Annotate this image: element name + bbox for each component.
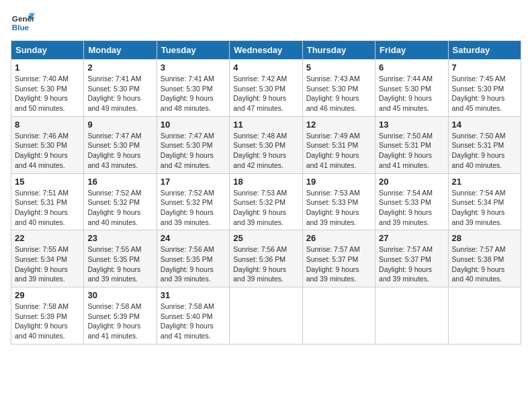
weekday-header-friday: Friday <box>375 41 448 60</box>
day-number: 30 <box>87 290 152 300</box>
calendar-cell: 5Sunrise: 7:43 AMSunset: 5:30 PMDaylight… <box>302 60 375 117</box>
calendar-cell: 14Sunrise: 7:50 AMSunset: 5:31 PMDayligh… <box>448 116 521 173</box>
weekday-header-wednesday: Wednesday <box>230 41 302 60</box>
calendar-cell: 13Sunrise: 7:50 AMSunset: 5:31 PMDayligh… <box>375 116 448 173</box>
day-detail: Sunrise: 7:58 AMSunset: 5:40 PMDaylight:… <box>161 302 226 341</box>
calendar-cell <box>230 287 302 345</box>
week-row-1: 1Sunrise: 7:40 AMSunset: 5:30 PMDaylight… <box>11 60 521 117</box>
day-detail: Sunrise: 7:56 AMSunset: 5:35 PMDaylight:… <box>161 244 226 284</box>
day-number: 12 <box>306 120 371 130</box>
weekday-header-row: SundayMondayTuesdayWednesdayThursdayFrid… <box>11 41 521 60</box>
day-number: 10 <box>161 120 226 130</box>
calendar-cell: 15Sunrise: 7:51 AMSunset: 5:31 PMDayligh… <box>11 173 84 230</box>
day-number: 14 <box>452 120 517 130</box>
day-detail: Sunrise: 7:52 AMSunset: 5:32 PMDaylight:… <box>161 188 226 228</box>
day-detail: Sunrise: 7:54 AMSunset: 5:34 PMDaylight:… <box>452 188 517 228</box>
week-row-4: 22Sunrise: 7:55 AMSunset: 5:34 PMDayligh… <box>11 230 521 287</box>
calendar-cell: 29Sunrise: 7:58 AMSunset: 5:39 PMDayligh… <box>11 287 84 345</box>
day-number: 28 <box>452 233 517 243</box>
day-detail: Sunrise: 7:56 AMSunset: 5:36 PMDaylight:… <box>233 244 298 284</box>
day-number: 17 <box>161 177 226 187</box>
day-detail: Sunrise: 7:55 AMSunset: 5:35 PMDaylight:… <box>87 244 152 284</box>
calendar-cell: 17Sunrise: 7:52 AMSunset: 5:32 PMDayligh… <box>157 173 229 230</box>
calendar-table: SundayMondayTuesdayWednesdayThursdayFrid… <box>11 40 521 345</box>
weekday-header-saturday: Saturday <box>448 41 521 60</box>
day-number: 24 <box>161 233 226 243</box>
calendar-cell: 7Sunrise: 7:45 AMSunset: 5:30 PMDaylight… <box>448 60 521 117</box>
calendar-cell: 18Sunrise: 7:53 AMSunset: 5:32 PMDayligh… <box>230 173 302 230</box>
day-detail: Sunrise: 7:57 AMSunset: 5:37 PMDaylight:… <box>306 244 371 284</box>
day-number: 21 <box>452 177 517 187</box>
calendar-cell: 19Sunrise: 7:53 AMSunset: 5:33 PMDayligh… <box>302 173 375 230</box>
calendar-cell <box>302 287 375 345</box>
calendar-cell: 22Sunrise: 7:55 AMSunset: 5:34 PMDayligh… <box>11 230 84 287</box>
header: General Blue <box>11 11 521 35</box>
calendar-cell <box>448 287 521 345</box>
day-number: 1 <box>15 62 80 73</box>
day-number: 5 <box>306 62 371 73</box>
logo-icon: General Blue <box>11 11 35 35</box>
weekday-header-tuesday: Tuesday <box>157 41 229 60</box>
calendar-cell: 4Sunrise: 7:42 AMSunset: 5:30 PMDaylight… <box>230 60 302 117</box>
calendar-cell: 26Sunrise: 7:57 AMSunset: 5:37 PMDayligh… <box>302 230 375 287</box>
day-detail: Sunrise: 7:42 AMSunset: 5:30 PMDaylight:… <box>233 74 298 113</box>
day-number: 13 <box>379 120 444 130</box>
day-detail: Sunrise: 7:55 AMSunset: 5:34 PMDaylight:… <box>15 244 80 284</box>
calendar-cell: 1Sunrise: 7:40 AMSunset: 5:30 PMDaylight… <box>11 60 84 117</box>
calendar-cell: 6Sunrise: 7:44 AMSunset: 5:30 PMDaylight… <box>375 60 448 117</box>
logo: General Blue <box>11 11 35 35</box>
day-number: 25 <box>233 233 298 243</box>
calendar-cell: 8Sunrise: 7:46 AMSunset: 5:30 PMDaylight… <box>11 116 84 173</box>
day-number: 20 <box>379 177 444 187</box>
calendar-cell: 31Sunrise: 7:58 AMSunset: 5:40 PMDayligh… <box>157 287 229 345</box>
day-detail: Sunrise: 7:57 AMSunset: 5:38 PMDaylight:… <box>452 244 517 284</box>
day-detail: Sunrise: 7:54 AMSunset: 5:33 PMDaylight:… <box>379 188 444 228</box>
weekday-header-thursday: Thursday <box>302 41 375 60</box>
week-row-3: 15Sunrise: 7:51 AMSunset: 5:31 PMDayligh… <box>11 173 521 230</box>
day-number: 6 <box>379 62 444 73</box>
day-number: 8 <box>15 120 80 130</box>
weekday-header-monday: Monday <box>84 41 157 60</box>
calendar-cell: 9Sunrise: 7:47 AMSunset: 5:30 PMDaylight… <box>84 116 157 173</box>
day-number: 26 <box>306 233 371 243</box>
day-detail: Sunrise: 7:53 AMSunset: 5:32 PMDaylight:… <box>233 188 298 228</box>
calendar-cell: 16Sunrise: 7:52 AMSunset: 5:32 PMDayligh… <box>84 173 157 230</box>
calendar-cell <box>375 287 448 345</box>
calendar-cell: 2Sunrise: 7:41 AMSunset: 5:30 PMDaylight… <box>84 60 157 117</box>
day-number: 11 <box>233 120 298 130</box>
day-detail: Sunrise: 7:44 AMSunset: 5:30 PMDaylight:… <box>379 74 444 113</box>
day-detail: Sunrise: 7:43 AMSunset: 5:30 PMDaylight:… <box>306 74 371 113</box>
day-number: 4 <box>233 62 298 73</box>
svg-text:Blue: Blue <box>12 23 30 32</box>
day-number: 23 <box>87 233 152 243</box>
day-detail: Sunrise: 7:50 AMSunset: 5:31 PMDaylight:… <box>452 131 517 171</box>
calendar-cell: 12Sunrise: 7:49 AMSunset: 5:31 PMDayligh… <box>302 116 375 173</box>
calendar-cell: 23Sunrise: 7:55 AMSunset: 5:35 PMDayligh… <box>84 230 157 287</box>
day-number: 9 <box>87 120 152 130</box>
week-row-5: 29Sunrise: 7:58 AMSunset: 5:39 PMDayligh… <box>11 287 521 345</box>
day-detail: Sunrise: 7:45 AMSunset: 5:30 PMDaylight:… <box>452 74 517 113</box>
weekday-header-sunday: Sunday <box>11 41 84 60</box>
day-detail: Sunrise: 7:51 AMSunset: 5:31 PMDaylight:… <box>15 188 80 228</box>
week-row-2: 8Sunrise: 7:46 AMSunset: 5:30 PMDaylight… <box>11 116 521 173</box>
day-detail: Sunrise: 7:57 AMSunset: 5:37 PMDaylight:… <box>379 244 444 284</box>
day-number: 19 <box>306 177 371 187</box>
day-number: 22 <box>15 233 80 243</box>
calendar-cell: 21Sunrise: 7:54 AMSunset: 5:34 PMDayligh… <box>448 173 521 230</box>
day-number: 3 <box>161 62 226 73</box>
day-detail: Sunrise: 7:47 AMSunset: 5:30 PMDaylight:… <box>161 131 226 171</box>
day-detail: Sunrise: 7:53 AMSunset: 5:33 PMDaylight:… <box>306 188 371 228</box>
day-detail: Sunrise: 7:48 AMSunset: 5:30 PMDaylight:… <box>233 131 298 171</box>
day-number: 16 <box>87 177 152 187</box>
day-detail: Sunrise: 7:49 AMSunset: 5:31 PMDaylight:… <box>306 131 371 171</box>
day-number: 18 <box>233 177 298 187</box>
day-number: 2 <box>87 62 152 73</box>
day-number: 29 <box>15 290 80 300</box>
day-detail: Sunrise: 7:58 AMSunset: 5:39 PMDaylight:… <box>15 302 80 341</box>
calendar-cell: 24Sunrise: 7:56 AMSunset: 5:35 PMDayligh… <box>157 230 229 287</box>
day-detail: Sunrise: 7:46 AMSunset: 5:30 PMDaylight:… <box>15 131 80 171</box>
calendar-cell: 3Sunrise: 7:41 AMSunset: 5:30 PMDaylight… <box>157 60 229 117</box>
calendar-cell: 25Sunrise: 7:56 AMSunset: 5:36 PMDayligh… <box>230 230 302 287</box>
day-number: 15 <box>15 177 80 187</box>
calendar-cell: 11Sunrise: 7:48 AMSunset: 5:30 PMDayligh… <box>230 116 302 173</box>
